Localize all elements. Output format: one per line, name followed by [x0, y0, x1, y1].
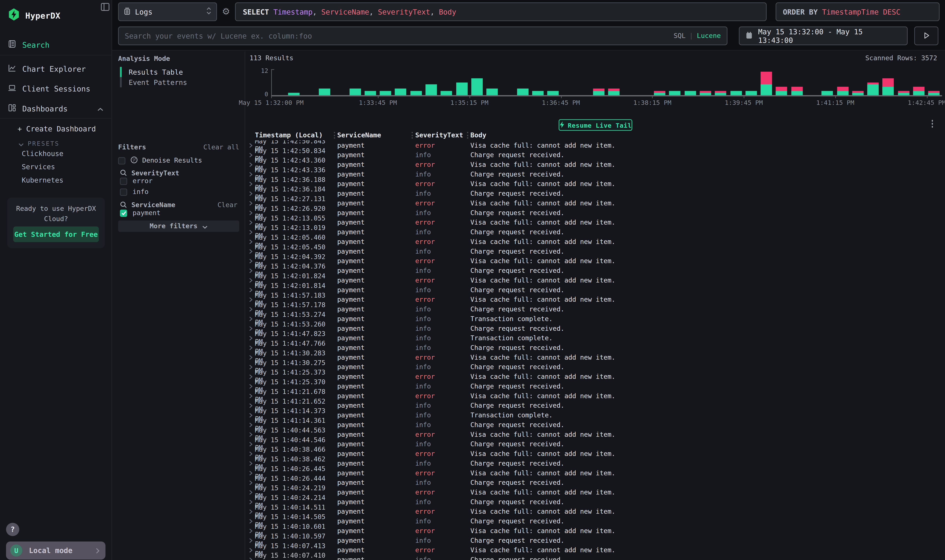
table-row[interactable]: May 15 1:40:44.563 PMpaymenterrorVisa ca… — [246, 429, 937, 439]
row-expand-chevron-icon[interactable] — [246, 220, 255, 225]
row-expand-chevron-icon[interactable] — [246, 499, 255, 505]
row-expand-chevron-icon[interactable] — [246, 306, 255, 312]
table-row[interactable]: May 15 1:41:47.766 PMpaymentinfoCharge r… — [246, 343, 937, 352]
row-expand-chevron-icon[interactable] — [246, 374, 255, 379]
row-expand-chevron-icon[interactable] — [246, 200, 255, 206]
table-row[interactable]: May 15 1:40:14.511 PMpaymenterrorVisa ca… — [246, 506, 937, 516]
table-row[interactable]: May 15 1:40:44.546 PMpaymentinfoCharge r… — [246, 439, 937, 449]
sidebar-collapse-icon[interactable] — [100, 2, 110, 14]
table-row[interactable]: May 15 1:40:10.597 PMpaymentinfoCharge r… — [246, 535, 937, 545]
filter-option-payment[interactable]: payment — [120, 209, 239, 217]
histogram-bar[interactable] — [746, 91, 757, 95]
table-row[interactable]: May 15 1:42:01.824 PMpaymenterrorVisa ca… — [246, 275, 937, 285]
histogram-bar[interactable] — [852, 91, 863, 95]
gear-icon[interactable]: ⚙ — [220, 6, 231, 17]
column-header-servicename[interactable]: ServiceName — [337, 131, 410, 139]
table-row[interactable]: May 15 1:40:38.466 PMpaymenterrorVisa ca… — [246, 449, 937, 458]
table-row[interactable]: May 15 1:41:53.260 PMpaymentinfoCharge r… — [246, 323, 937, 333]
histogram-bar[interactable] — [410, 91, 422, 95]
histogram-bar[interactable] — [913, 86, 925, 95]
row-expand-chevron-icon[interactable] — [246, 480, 255, 485]
row-expand-chevron-icon[interactable] — [246, 518, 255, 524]
sidebar-item-search[interactable]: Search — [0, 37, 112, 52]
histogram-bar[interactable] — [761, 72, 772, 95]
row-expand-chevron-icon[interactable] — [246, 248, 255, 254]
row-expand-chevron-icon[interactable] — [246, 451, 255, 456]
column-resize-handle[interactable] — [465, 132, 470, 138]
sidebar-item-chart-explorer[interactable]: Chart Explorer — [0, 62, 112, 76]
table-options-kebab-icon[interactable] — [931, 120, 933, 128]
table-row[interactable]: May 15 1:40:07.410 PMpaymentinfoCharge r… — [246, 555, 937, 560]
histogram-bar[interactable] — [395, 89, 406, 95]
table-row[interactable]: May 15 1:41:14.361 PMpaymentinfoCharge r… — [246, 420, 937, 429]
row-expand-chevron-icon[interactable] — [246, 210, 255, 215]
table-row[interactable]: May 15 1:42:36.184 PMpaymentinfoCharge r… — [246, 189, 937, 198]
histogram-bar[interactable] — [608, 89, 620, 95]
create-dashboard-button[interactable]: + Create Dashboard — [17, 125, 96, 133]
column-resize-handle[interactable] — [410, 132, 415, 138]
histogram-bar[interactable] — [822, 91, 833, 95]
histogram-bar[interactable] — [288, 93, 300, 95]
checkbox-error[interactable] — [120, 177, 127, 185]
row-expand-chevron-icon[interactable] — [246, 162, 255, 167]
row-expand-chevron-icon[interactable] — [246, 470, 255, 475]
row-expand-chevron-icon[interactable] — [246, 460, 255, 466]
sidebar-preset-item[interactable]: Clickhouse — [22, 149, 112, 158]
table-row[interactable]: May 15 1:40:38.462 PMpaymentinfoCharge r… — [246, 458, 937, 468]
histogram-bar[interactable] — [928, 91, 940, 95]
row-expand-chevron-icon[interactable] — [246, 354, 255, 360]
table-row[interactable]: May 15 1:41:21.652 PMpaymentinfoCharge r… — [246, 400, 937, 410]
row-expand-chevron-icon[interactable] — [246, 239, 255, 244]
lucene-mode-toggle[interactable]: Lucene — [697, 32, 721, 40]
table-row[interactable]: May 15 1:42:50.834 PMpaymentinfoCharge r… — [246, 150, 937, 160]
table-row[interactable]: May 15 1:40:10.601 PMpaymenterrorVisa ca… — [246, 526, 937, 535]
mode-event-patterns[interactable]: Event Patterns — [120, 77, 240, 88]
column-resize-handle[interactable] — [331, 132, 338, 138]
table-row[interactable]: May 15 1:42:43.360 PMpaymenterrorVisa ca… — [246, 160, 937, 169]
search-input[interactable] — [125, 32, 674, 40]
histogram-bar[interactable] — [593, 89, 604, 95]
histogram-bar[interactable] — [532, 91, 543, 95]
table-row[interactable]: May 15 1:42:04.392 PMpaymenterrorVisa ca… — [246, 256, 937, 266]
row-expand-chevron-icon[interactable] — [246, 364, 255, 369]
row-expand-chevron-icon[interactable] — [246, 403, 255, 408]
table-row[interactable]: May 15 1:41:25.373 PMpaymenterrorVisa ca… — [246, 372, 937, 382]
table-row[interactable]: May 15 1:42:01.814 PMpaymentinfoCharge r… — [246, 285, 937, 295]
brand-logo[interactable]: HyperDX — [7, 9, 105, 23]
table-row[interactable]: May 15 1:41:53.274 PMpaymentinfoTransact… — [246, 314, 937, 323]
sidebar-item-client-sessions[interactable]: Client Sessions — [0, 82, 112, 96]
table-row[interactable]: May 15 1:41:47.823 PMpaymentinfoTransact… — [246, 333, 937, 343]
table-row[interactable]: May 15 1:42:04.376 PMpaymentinfoCharge r… — [246, 266, 937, 275]
table-row[interactable]: May 15 1:41:57.183 PMpaymenterrorVisa ca… — [246, 295, 937, 304]
row-expand-chevron-icon[interactable] — [246, 191, 255, 196]
histogram-bar[interactable] — [380, 91, 391, 95]
sidebar-preset-item[interactable]: Services — [22, 163, 112, 171]
histogram-bar[interactable] — [684, 91, 696, 95]
filter-option-error[interactable]: error — [120, 177, 239, 185]
table-row[interactable]: May 15 1:42:43.336 PMpaymentinfoCharge r… — [246, 169, 937, 179]
row-expand-chevron-icon[interactable] — [246, 345, 255, 350]
histogram-bar[interactable] — [715, 91, 726, 95]
row-expand-chevron-icon[interactable] — [246, 547, 255, 552]
get-started-button[interactable]: Get Started for Free — [13, 226, 99, 242]
table-row[interactable]: May 15 1:42:36.188 PMpaymenterrorVisa ca… — [246, 179, 937, 189]
select-columns-input[interactable]: SELECT Timestamp, ServiceName, SeverityT… — [235, 2, 767, 21]
table-row[interactable]: May 15 1:42:27.131 PMpaymenterrorVisa ca… — [246, 198, 937, 208]
sql-mode-toggle[interactable]: SQL — [674, 32, 686, 40]
column-header-body[interactable]: Body — [470, 131, 938, 139]
row-expand-chevron-icon[interactable] — [246, 258, 255, 263]
table-row[interactable]: May 15 1:42:13.019 PMpaymentinfoCharge r… — [246, 227, 937, 237]
row-expand-chevron-icon[interactable] — [246, 297, 255, 302]
histogram-bar[interactable] — [486, 89, 498, 95]
histogram-bar[interactable] — [654, 91, 665, 95]
row-expand-chevron-icon[interactable] — [246, 537, 255, 543]
time-range-picker[interactable]: May 15 13:32:00 - May 15 13:43:00 — [739, 26, 908, 45]
results-histogram[interactable]: 12 0 — [271, 68, 942, 95]
account-menu[interactable]: U Local mode — [6, 542, 105, 559]
histogram-bar[interactable] — [898, 91, 909, 95]
column-header-timestamp[interactable]: Timestamp (Local) — [255, 131, 331, 139]
row-expand-chevron-icon[interactable] — [246, 335, 255, 341]
denoise-checkbox[interactable] — [118, 157, 125, 164]
table-row[interactable]: May 15 1:40:26.445 PMpaymenterrorVisa ca… — [246, 468, 937, 478]
table-row[interactable]: May 15 1:41:25.370 PMpaymentinfoCharge r… — [246, 382, 937, 391]
